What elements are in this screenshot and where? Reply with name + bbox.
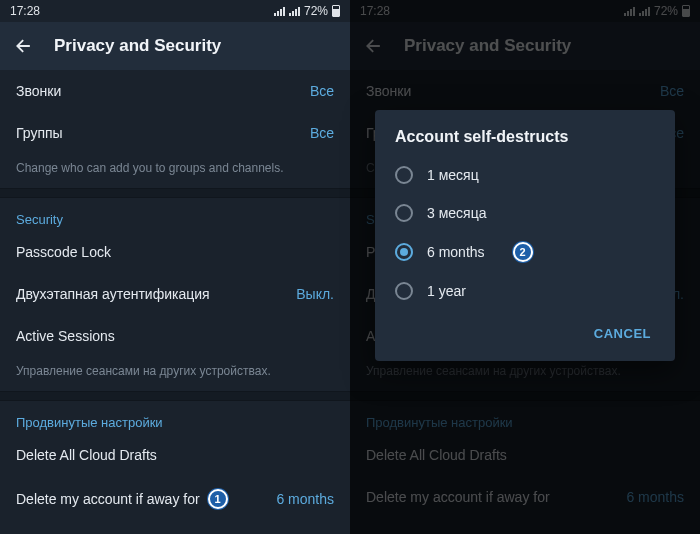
row-calls[interactable]: Звонки Все <box>0 70 350 112</box>
radio-option[interactable]: 6 months2 <box>375 232 675 272</box>
screen-privacy-security: 17:28 72% Privacy and Security Звонки Вс… <box>0 0 350 534</box>
row-label: Delete All Cloud Drafts <box>16 447 157 463</box>
section-divider <box>0 391 350 401</box>
status-time: 17:28 <box>10 4 40 18</box>
row-label: Passcode Lock <box>16 244 111 260</box>
status-indicators: 72% <box>274 4 340 18</box>
row-groups[interactable]: Группы Все <box>0 112 350 154</box>
radio-option[interactable]: 1 месяц <box>375 156 675 194</box>
radio-label: 6 months <box>427 244 485 260</box>
caption-sessions: Управление сеансами на других устройства… <box>0 357 350 391</box>
cancel-button[interactable]: CANCEL <box>584 318 661 349</box>
battery-icon <box>332 5 340 17</box>
radio-label: 1 year <box>427 283 466 299</box>
status-battery-pct: 72% <box>304 4 328 18</box>
radio-option[interactable]: 1 year <box>375 272 675 310</box>
row-delete-account[interactable]: Delete my account if away for 1 6 months <box>0 476 350 522</box>
section-divider <box>0 188 350 198</box>
caption-groups: Change who can add you to groups and cha… <box>0 154 350 188</box>
radio-option[interactable]: 3 месяца <box>375 194 675 232</box>
radio-label: 1 месяц <box>427 167 479 183</box>
status-bar: 17:28 72% <box>0 0 350 22</box>
row-label: Двухэтапная аутентификация <box>16 286 210 302</box>
row-twostep[interactable]: Двухэтапная аутентификация Выкл. <box>0 273 350 315</box>
modal-scrim[interactable]: Account self-destructs 1 месяц3 месяца6 … <box>350 0 700 534</box>
row-value: Все <box>310 83 334 99</box>
section-security: Security <box>0 198 350 231</box>
row-passcode[interactable]: Passcode Lock <box>0 231 350 273</box>
row-sessions[interactable]: Active Sessions <box>0 315 350 357</box>
row-label: Active Sessions <box>16 328 115 344</box>
app-header: Privacy and Security <box>0 22 350 70</box>
radio-icon <box>395 243 413 261</box>
row-label: Группы <box>16 125 63 141</box>
row-label: Delete my account if away for <box>16 491 200 507</box>
back-icon[interactable] <box>14 36 34 56</box>
row-label: Звонки <box>16 83 61 99</box>
row-value: Выкл. <box>296 286 334 302</box>
radio-icon <box>395 166 413 184</box>
callout-marker-2: 2 <box>513 242 533 262</box>
wifi-icon <box>274 6 285 16</box>
row-value: Все <box>310 125 334 141</box>
row-value: 6 months <box>276 491 334 507</box>
radio-label: 3 месяца <box>427 205 486 221</box>
signal-icon <box>289 6 300 16</box>
dialog-title: Account self-destructs <box>375 128 675 156</box>
radio-icon <box>395 204 413 222</box>
callout-marker-1: 1 <box>208 489 228 509</box>
row-drafts[interactable]: Delete All Cloud Drafts <box>0 434 350 476</box>
dialog-self-destruct: Account self-destructs 1 месяц3 месяца6 … <box>375 110 675 361</box>
radio-icon <box>395 282 413 300</box>
page-title: Privacy and Security <box>54 36 221 56</box>
section-advanced: Продвинутые настройки <box>0 401 350 434</box>
